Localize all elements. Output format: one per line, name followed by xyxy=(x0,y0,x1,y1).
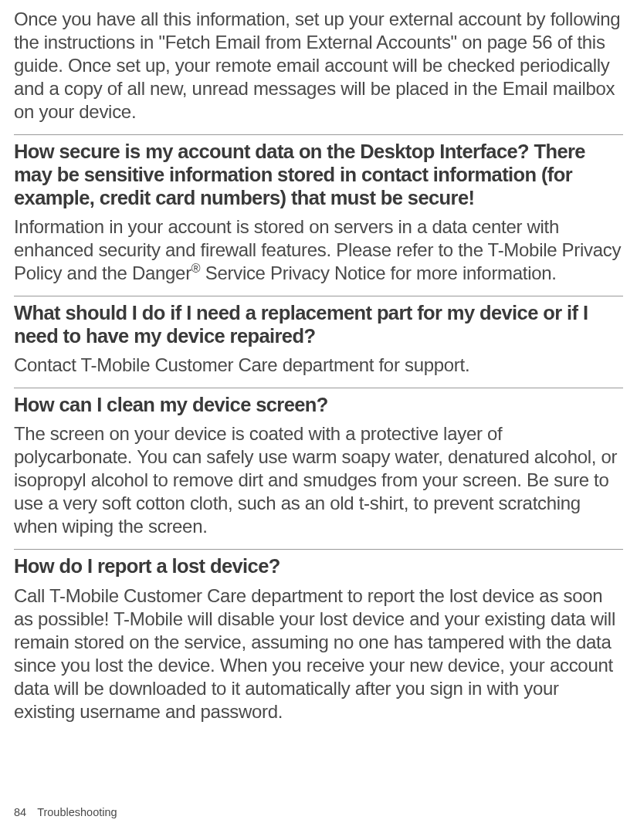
intro-paragraph: Once you have all this information, set … xyxy=(14,8,623,124)
page-number: 84 xyxy=(14,806,26,818)
page-footer: 84Troubleshooting xyxy=(14,806,117,818)
answer-replacement: Contact T-Mobile Customer Care departmen… xyxy=(14,354,623,377)
registered-symbol: ® xyxy=(191,262,201,275)
footer-section-title: Troubleshooting xyxy=(37,806,117,818)
question-clean: How can I clean my device screen? xyxy=(14,388,623,416)
question-secure: How secure is my account data on the Des… xyxy=(14,134,623,209)
question-replacement: What should I do if I need a replacement… xyxy=(14,296,623,347)
answer-lost: Call T-Mobile Customer Care department t… xyxy=(14,584,623,723)
question-lost: How do I report a lost device? xyxy=(14,549,623,578)
answer-secure: Information in your account is stored on… xyxy=(14,215,623,285)
answer-clean: The screen on your device is coated with… xyxy=(14,422,623,538)
answer-secure-after: Service Privacy Notice for more informat… xyxy=(200,262,556,283)
